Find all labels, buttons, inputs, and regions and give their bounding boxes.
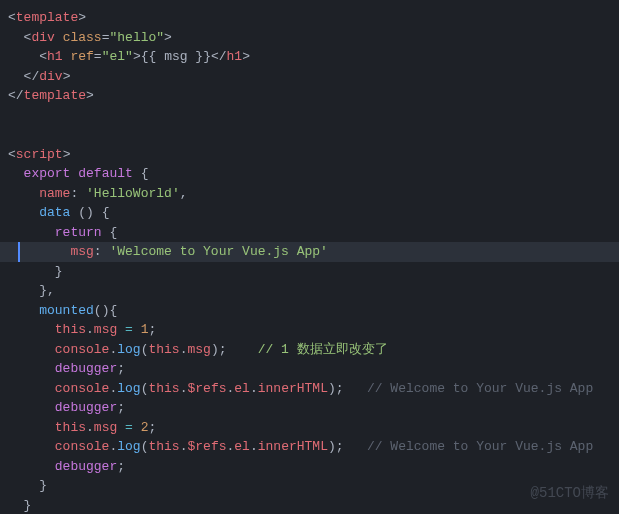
- code-line: }: [0, 496, 619, 515]
- code-line: [0, 125, 619, 145]
- code-line: data () {: [0, 203, 619, 223]
- code-line: <div class="hello">: [0, 28, 619, 48]
- code-line: }: [0, 262, 619, 282]
- code-line: console.log(this.$refs.el.innerHTML); //…: [0, 437, 619, 457]
- code-line: debugger;: [0, 398, 619, 418]
- code-line: this.msg = 2;: [0, 418, 619, 438]
- code-line: [0, 106, 619, 126]
- code-line: <h1 ref="el">{{ msg }}</h1>: [0, 47, 619, 67]
- code-line: </template>: [0, 86, 619, 106]
- code-editor[interactable]: <template> <div class="hello"> <h1 ref="…: [0, 8, 619, 514]
- code-line: return {: [0, 223, 619, 243]
- code-line: debugger;: [0, 359, 619, 379]
- watermark: @51CTO博客: [531, 483, 609, 504]
- code-line: console.log(this.$refs.el.innerHTML); //…: [0, 379, 619, 399]
- code-line-selected: msg: 'Welcome to Your Vue.js App': [0, 242, 619, 262]
- code-line: mounted(){: [0, 301, 619, 321]
- code-line: <script>: [0, 145, 619, 165]
- code-line: debugger;: [0, 457, 619, 477]
- code-line: },: [0, 281, 619, 301]
- code-line: export default {: [0, 164, 619, 184]
- code-line: name: 'HelloWorld',: [0, 184, 619, 204]
- code-line: </div>: [0, 67, 619, 87]
- code-line: }: [0, 476, 619, 496]
- code-line: console.log(this.msg); // 1 数据立即改变了: [0, 340, 619, 360]
- code-line: <template>: [0, 8, 619, 28]
- code-line: this.msg = 1;: [0, 320, 619, 340]
